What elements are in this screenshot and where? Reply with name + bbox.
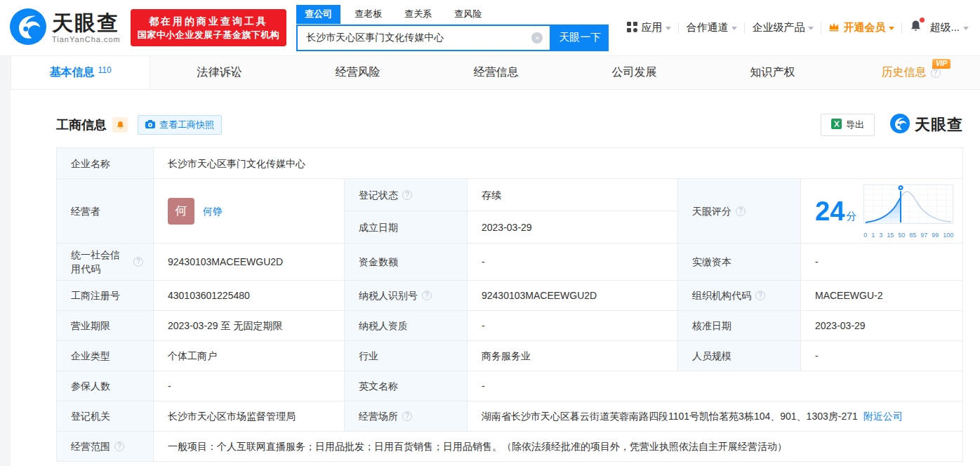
tab-intellectual-property[interactable]: 知识产权 [703,56,842,89]
tab-business-info[interactable]: 经营信息 [427,56,565,89]
search-input-wrap [296,25,551,51]
help-icon[interactable] [755,291,765,300]
score-axis-tick: 99 [932,232,939,239]
search-button[interactable]: 天眼一下 [551,25,609,51]
divider [744,22,745,34]
search-tab-risk[interactable]: 查风险 [446,5,490,24]
notification-dot [920,18,925,22]
nav-open-vip[interactable]: 开通会员 [828,21,894,34]
tianyancha-logo[interactable]: 天眼查 TianYanCha.com [10,8,121,48]
search-area: 查公司 查老板 查关系 查风险 天眼一下 [296,5,609,51]
notifications-bell[interactable] [909,20,922,36]
search-tab-boss[interactable]: 查老板 [346,5,390,24]
caret-down-icon [889,27,894,30]
help-icon[interactable] [931,68,941,78]
score-value-cell: 24 分 [801,179,963,244]
tab-legal-litigation[interactable]: 法律诉讼 [150,56,289,89]
credit-code-value: 92430103MACEEWGU2D [154,244,345,281]
snapshot-button-label: 查看工商快照 [159,119,214,131]
section-header: 工商信息 查看工商快照 [56,114,963,136]
promo-line2: 国家中小企业发展子基金旗下机构 [138,28,280,41]
search-tab-company[interactable]: 查公司 [296,5,340,24]
crown-icon [828,22,840,34]
score-number: 24 [815,197,845,225]
tab-company-development[interactable]: 公司发展 [565,56,703,89]
capital-amount-label: 资金数额 [345,244,468,281]
tianyancha-logo-icon [10,8,46,48]
reg-number-value: 430103601225480 [154,281,345,311]
caret-down-icon [731,27,737,30]
reg-authority-value: 长沙市天心区市场监督管理局 [154,401,345,432]
tab-history-info[interactable]: VIP 历史信息 [842,56,980,89]
business-site-value: 湖南省长沙市天心区暮云街道芙蓉南路四段1101号凯怡茗苑3栋104、901、13… [468,401,963,432]
score-axis-tick: 50 [898,232,905,239]
score-axis-tick: 15 [887,232,894,239]
export-button[interactable]: 导出 [821,114,875,136]
taxpayer-id-value: 92430103MACEEWGU2D [468,281,678,311]
business-term-label: 营业期限 [57,311,154,341]
help-icon[interactable] [133,257,143,267]
nav-apps[interactable]: 应用 [627,21,671,34]
industry-value: 商务服务业 [468,341,678,371]
english-name-label: 英文名称 [345,371,468,401]
org-code-value: MACEEWGU-2 [801,281,963,311]
snapshot-button[interactable]: 查看工商快照 [138,115,222,135]
clear-icon[interactable] [531,32,543,44]
industry-label: 行业 [345,341,468,371]
score-unit: 分 [846,209,856,223]
caret-down-icon [963,27,969,30]
tab-basic-info-count: 110 [98,65,111,75]
tab-basic-info[interactable]: 基本信息 110 [11,56,150,89]
top-header: 天眼查 TianYanCha.com 都在用的商业查询工具 国家中小企业发展子基… [0,0,980,56]
reg-number-label: 工商注册号 [57,281,154,311]
score-axis-tick: 100 [943,232,953,239]
caret-down-icon [666,27,671,30]
table-row: 企业名称 长沙市天心区事门文化传媒中心 [57,148,963,179]
nav-partner-channel[interactable]: 合作通道 [686,21,737,34]
taxpayer-quality-value: - [468,311,678,341]
help-icon[interactable] [402,411,412,421]
operator-avatar[interactable]: 何 [168,198,194,225]
nav-vip-label: 开通会员 [843,21,885,34]
search-tabs: 查公司 查老板 查关系 查风险 [296,5,609,25]
paid-capital-value: - [801,244,963,281]
nav-apps-label: 应用 [641,21,662,34]
english-name-value: - [468,371,963,401]
tab-operational-risk[interactable]: 经营风险 [289,56,427,89]
logo-subtitle: TianYanCha.com [52,35,121,44]
table-row: 统一社会信用代码 92430103MACEEWGU2D 资金数额 - 实缴资本 … [57,244,963,281]
help-icon[interactable] [114,441,124,451]
top-nav: 应用 合作通道 企业级产品 开通会员 [627,20,972,36]
search-tab-relation[interactable]: 查关系 [396,5,440,24]
nav-account[interactable]: 超级... [929,21,969,34]
company-type-label: 企业类型 [57,341,154,371]
nearby-companies-link[interactable]: 附近公司 [863,411,903,422]
business-scope-value: 一般项目：个人互联网直播服务；日用品批发；日用百货销售；日用品销售。（除依法须经… [154,432,963,462]
help-icon[interactable] [422,291,432,300]
promo-line1: 都在用的商业查询工具 [138,14,280,28]
establish-date-value: 2023-03-29 [468,211,678,244]
nav-enterprise-products[interactable]: 企业级产品 [752,21,814,34]
search-input[interactable] [298,32,531,44]
operator-name-link[interactable]: 何铮 [203,204,223,218]
help-icon[interactable] [402,190,412,200]
reg-status-value: 存续 [468,179,678,211]
insured-count-label: 参保人数 [57,371,154,401]
business-term-value: 2023-03-29 至 无固定期限 [154,311,345,341]
table-row: 登记机关 长沙市天心区市场监督管理局 经营场所 湖南省长沙市天心区暮云街道芙蓉南… [57,401,963,432]
score-axis-tick: 3 [879,232,882,239]
table-row: 企业类型 个体工商户 行业 商务服务业 人员规模 - [57,341,963,371]
excel-icon [831,119,842,131]
taxpayer-id-label: 纳税人识别号 [345,281,468,311]
credit-code-label: 统一社会信用代码 [57,244,154,281]
staff-size-value: - [801,341,963,371]
subscribe-bell-icon[interactable] [112,117,128,133]
help-icon[interactable] [736,206,746,216]
capital-amount-value: - [468,244,678,281]
tab-basic-info-label: 基本信息 [49,65,94,80]
brand-name: 天眼查 [915,114,963,135]
table-row: 工商注册号 430103601225480 纳税人识别号 92430103MAC… [57,281,963,311]
company-type-value: 个体工商户 [154,341,345,371]
reg-status-label: 登记状态 [345,179,468,211]
table-row: 经营者 何 何铮 登记状态 存续 天眼评分 24 分 [57,179,963,211]
